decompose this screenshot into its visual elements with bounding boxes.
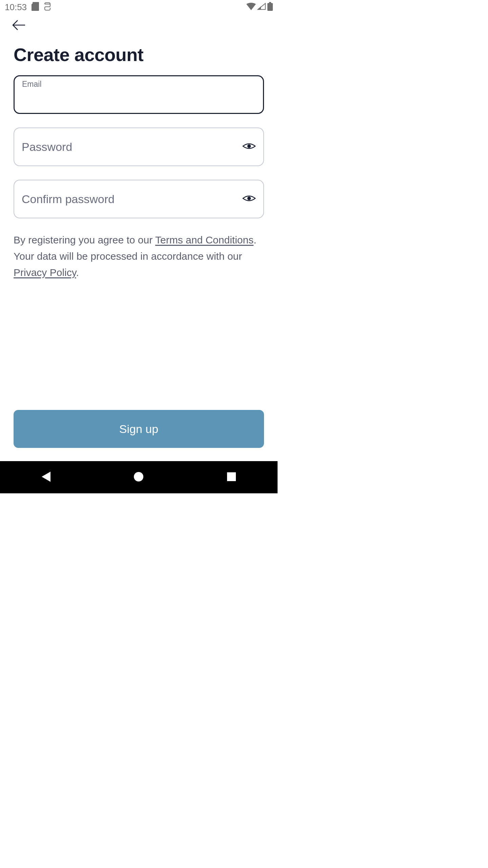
- show-password-icon[interactable]: [242, 141, 256, 152]
- svg-point-5: [248, 197, 250, 200]
- show-confirm-password-icon[interactable]: [242, 194, 256, 204]
- status-bar: 10:53: [0, 0, 278, 14]
- password-placeholder: Password: [22, 140, 72, 154]
- back-button[interactable]: [0, 14, 38, 37]
- svg-rect-1: [267, 3, 273, 11]
- nav-home-icon[interactable]: [134, 472, 143, 483]
- wifi-icon: [246, 3, 256, 12]
- confirm-password-placeholder: Confirm password: [22, 193, 115, 206]
- svg-rect-7: [227, 472, 236, 481]
- android-nav-bar: [0, 461, 278, 493]
- svg-point-4: [248, 145, 250, 147]
- sd-card-icon: [32, 2, 39, 12]
- svg-rect-2: [269, 2, 271, 3]
- app-icon: [44, 2, 51, 12]
- status-right: [246, 2, 273, 12]
- clock-text: 10:53: [5, 2, 27, 13]
- nav-back-icon[interactable]: [42, 472, 50, 483]
- legal-suffix: .: [76, 267, 79, 278]
- email-field-wrapper[interactable]: Email: [14, 75, 264, 114]
- signup-form: Email Password Confirm password: [0, 75, 278, 218]
- legal-disclaimer: By registering you agree to our Terms an…: [0, 232, 278, 281]
- back-arrow-icon: [12, 20, 26, 31]
- nav-recent-icon[interactable]: [227, 472, 236, 482]
- email-input[interactable]: [22, 90, 256, 103]
- status-left: 10:53: [5, 2, 51, 13]
- signal-icon: [257, 3, 266, 12]
- page-title: Create account: [0, 37, 278, 75]
- legal-prefix: By registering you agree to our: [14, 234, 155, 245]
- terms-link[interactable]: Terms and Conditions: [155, 234, 253, 245]
- password-field-wrapper[interactable]: Password: [14, 127, 264, 166]
- battery-icon: [267, 2, 273, 12]
- confirm-password-field-wrapper[interactable]: Confirm password: [14, 180, 264, 218]
- email-label: Email: [22, 80, 256, 89]
- signup-button[interactable]: Sign up: [14, 410, 264, 448]
- privacy-link[interactable]: Privacy Policy: [14, 267, 76, 278]
- svg-point-6: [134, 472, 143, 481]
